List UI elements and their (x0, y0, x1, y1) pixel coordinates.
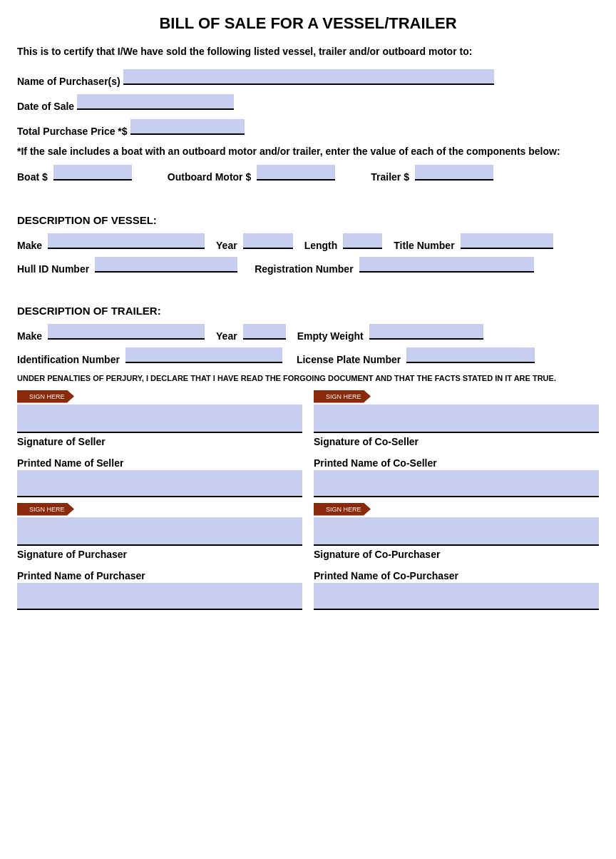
trailer-plate-input[interactable] (406, 347, 535, 363)
purchaser-tag-text: SIGN HERE (29, 506, 65, 513)
trailer-weight-label: Empty Weight (297, 330, 364, 342)
seller-printed-block: Printed Name of Seller (17, 454, 302, 497)
hull-id-label: Hull ID Number (17, 263, 89, 275)
trailer-section-title: DESCRIPTION OF TRAILER: (17, 305, 599, 317)
coseller-sig-tag: SIGN HERE (314, 390, 371, 403)
vessel-make-input[interactable] (48, 233, 205, 249)
svg-marker-0 (20, 393, 27, 400)
trailer-plate-label: License Plate Number (297, 354, 401, 365)
total-price-row: Total Purchase Price *$ (17, 119, 599, 137)
vessel-year-label: Year (216, 240, 237, 251)
trailer-plate-group: License Plate Number (297, 347, 535, 365)
total-price-label: Total Purchase Price *$ (17, 126, 128, 137)
purchaser-name-row: Name of Purchaser(s) (17, 69, 599, 87)
trailer-amount-label: Trailer $ (371, 171, 409, 183)
copurchaser-sig-area[interactable] (314, 517, 599, 546)
outboard-label: Outboard Motor $ (168, 171, 251, 183)
trailer-id-input[interactable] (125, 347, 282, 363)
coseller-sig-area[interactable] (314, 405, 599, 433)
vessel-section-title: DESCRIPTION OF VESSEL: (17, 214, 599, 226)
trailer-weight-group: Empty Weight (297, 324, 483, 342)
svg-marker-3 (317, 506, 324, 513)
intro-text: This is to certify that I/We have sold t… (17, 44, 599, 59)
trailer-row1: Make Year Empty Weight (17, 324, 599, 342)
page-title: BILL OF SALE FOR A VESSEL/TRAILER (17, 14, 599, 33)
vessel-title-group: Title Number (394, 233, 553, 251)
hull-id-input[interactable] (95, 257, 237, 273)
trailer-make-input[interactable] (48, 324, 205, 340)
seller-sig-block: SIGN HERE Signature of Seller (17, 390, 302, 449)
trailer-year-label: Year (216, 330, 237, 342)
vessel-year-input[interactable] (243, 233, 293, 249)
signatures-section: SIGN HERE Signature of Seller SIGN HERE … (17, 390, 599, 616)
vessel-year-group: Year (216, 233, 293, 251)
purchaser-printed-area[interactable] (17, 583, 302, 610)
copurchaser-printed-area[interactable] (314, 583, 599, 610)
total-price-input[interactable] (130, 119, 245, 135)
registration-group: Registration Number (255, 257, 533, 275)
perjury-text: UNDER PENALTIES OF PERJURY, I DECLARE TH… (17, 372, 599, 385)
copurchaser-tag-text: SIGN HERE (326, 506, 361, 513)
copurchaser-printed-label: Printed Name of Co-Purchaser (314, 570, 599, 581)
boat-input[interactable] (53, 165, 132, 181)
trailer-row2: Identification Number License Plate Numb… (17, 347, 599, 365)
copurchaser-printed-block: Printed Name of Co-Purchaser (314, 567, 599, 610)
date-of-sale-label: Date of Sale (17, 101, 74, 112)
trailer-weight-input[interactable] (369, 324, 483, 340)
coseller-printed-area[interactable] (314, 470, 599, 497)
vessel-row1: Make Year Length Title Number (17, 233, 599, 251)
purchaser-sig-area[interactable] (17, 517, 302, 546)
hull-id-group: Hull ID Number (17, 257, 237, 275)
coseller-printed-label: Printed Name of Co-Seller (314, 457, 599, 469)
asterisk-note: *If the sale includes a boat with an out… (17, 144, 599, 159)
coseller-printed-block: Printed Name of Co-Seller (314, 454, 599, 497)
trailer-id-group: Identification Number (17, 347, 282, 365)
copurchaser-sig-label: Signature of Co-Purchaser (314, 549, 599, 560)
registration-label: Registration Number (255, 263, 353, 275)
outboard-input[interactable] (257, 165, 335, 181)
boat-label: Boat $ (17, 171, 48, 183)
coseller-tag-text: SIGN HERE (326, 393, 361, 400)
seller-printed-area[interactable] (17, 470, 302, 497)
vessel-length-input[interactable] (343, 233, 382, 249)
date-of-sale-row: Date of Sale (17, 94, 599, 112)
vessel-title-input[interactable] (461, 233, 553, 249)
purchaser-name-input[interactable] (123, 69, 494, 85)
seller-sig-label: Signature of Seller (17, 436, 302, 447)
copurchaser-sig-tag: SIGN HERE (314, 503, 371, 516)
trailer-id-label: Identification Number (17, 354, 120, 365)
trailer-amount-group: Trailer $ (371, 165, 493, 183)
registration-input[interactable] (359, 257, 534, 273)
purchaser-sig-tag: SIGN HERE (17, 503, 74, 516)
trailer-amount-input[interactable] (415, 165, 493, 181)
purchaser-name-label: Name of Purchaser(s) (17, 76, 120, 87)
purchaser-sig-label: Signature of Purchaser (17, 549, 302, 560)
seller-sig-area[interactable] (17, 405, 302, 433)
seller-printed-label: Printed Name of Seller (17, 457, 302, 469)
vessel-length-group: Length (304, 233, 383, 251)
vessel-make-group: Make (17, 233, 205, 251)
vessel-length-label: Length (304, 240, 338, 251)
trailer-year-group: Year (216, 324, 286, 342)
trailer-make-group: Make (17, 324, 205, 342)
coseller-sig-block: SIGN HERE Signature of Co-Seller (314, 390, 599, 449)
components-row: Boat $ Outboard Motor $ Trailer $ (17, 165, 599, 183)
trailer-year-input[interactable] (243, 324, 286, 340)
outboard-group: Outboard Motor $ (168, 165, 335, 183)
seller-sig-tag: SIGN HERE (17, 390, 74, 403)
boat-group: Boat $ (17, 165, 132, 183)
date-of-sale-input[interactable] (77, 94, 234, 110)
vessel-row2: Hull ID Number Registration Number (17, 257, 599, 275)
vessel-make-label: Make (17, 240, 42, 251)
coseller-sig-label: Signature of Co-Seller (314, 436, 599, 447)
purchaser-sig-block: SIGN HERE Signature of Purchaser (17, 503, 302, 561)
copurchaser-sig-block: SIGN HERE Signature of Co-Purchaser (314, 503, 599, 561)
vessel-title-label: Title Number (394, 240, 454, 251)
trailer-make-label: Make (17, 330, 42, 342)
svg-marker-2 (20, 506, 27, 513)
purchaser-printed-label: Printed Name of Purchaser (17, 570, 302, 581)
svg-marker-1 (317, 393, 324, 400)
seller-tag-text: SIGN HERE (29, 393, 65, 400)
purchaser-printed-block: Printed Name of Purchaser (17, 567, 302, 610)
